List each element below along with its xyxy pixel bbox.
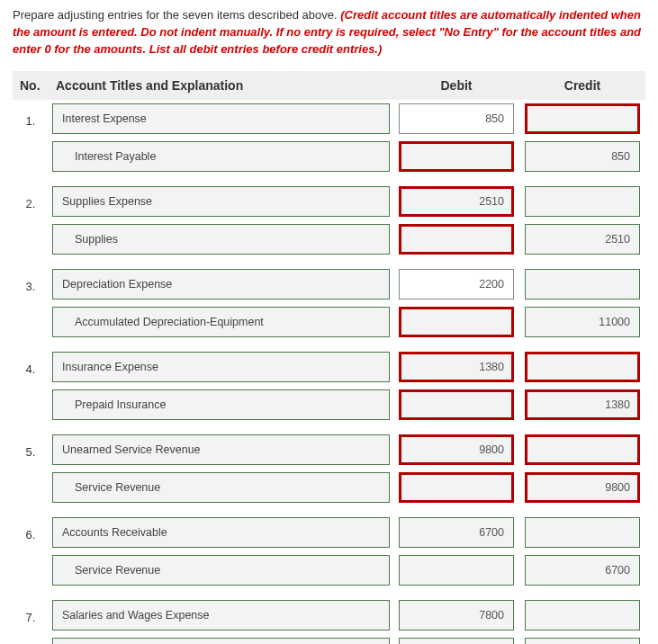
entry-number: 3. (13, 265, 49, 303)
account-cell (49, 469, 393, 506)
credit-input[interactable] (525, 600, 640, 631)
credit-cell (519, 100, 645, 138)
header-debit: Debit (393, 71, 519, 100)
table-row (13, 634, 645, 644)
debit-input[interactable] (399, 600, 514, 631)
entry-number (13, 220, 49, 258)
debit-cell (393, 551, 519, 589)
credit-input[interactable] (525, 555, 640, 586)
entry-number (13, 634, 49, 644)
debit-cell (393, 183, 519, 220)
debit-cell (393, 634, 519, 644)
entry-number (13, 386, 49, 424)
account-title-input[interactable] (52, 141, 390, 172)
header-credit: Credit (519, 71, 645, 100)
account-cell (49, 596, 393, 634)
debit-input[interactable] (399, 517, 514, 548)
credit-input[interactable] (525, 103, 640, 134)
account-title-input[interactable] (52, 600, 390, 631)
account-title-input[interactable] (52, 434, 390, 465)
table-row: 3. (13, 265, 645, 303)
table-row: 1. (13, 100, 645, 138)
credit-input[interactable] (525, 224, 640, 255)
account-title-input[interactable] (52, 307, 390, 337)
entry-number: 1. (13, 100, 49, 138)
credit-input[interactable] (525, 517, 640, 548)
credit-input[interactable] (525, 352, 640, 382)
account-cell (49, 348, 393, 386)
credit-cell (519, 183, 645, 220)
credit-input[interactable] (525, 186, 640, 217)
debit-cell (393, 469, 519, 506)
instructions-lead: Prepare adjusting entries for the seven … (13, 8, 340, 22)
account-title-input[interactable] (52, 472, 390, 503)
debit-input[interactable] (399, 555, 514, 586)
debit-input[interactable] (399, 389, 514, 420)
credit-cell (519, 634, 645, 644)
debit-input[interactable] (399, 186, 514, 217)
credit-input[interactable] (525, 434, 640, 465)
credit-cell (519, 220, 645, 258)
debit-cell (393, 100, 519, 138)
account-title-input[interactable] (52, 638, 390, 644)
table-row (13, 551, 645, 589)
credit-input[interactable] (525, 638, 640, 644)
account-cell (49, 220, 393, 258)
instructions: Prepare adjusting entries for the seven … (13, 7, 645, 58)
credit-cell (519, 596, 645, 634)
debit-cell (393, 303, 519, 341)
debit-input[interactable] (399, 638, 514, 644)
debit-cell (393, 265, 519, 303)
debit-cell (393, 596, 519, 634)
credit-cell (519, 514, 645, 551)
debit-input[interactable] (399, 472, 514, 503)
account-cell (49, 431, 393, 469)
credit-cell (519, 469, 645, 506)
account-cell (49, 303, 393, 341)
entry-number: 7. (13, 596, 49, 634)
table-row: 4. (13, 348, 645, 386)
account-title-input[interactable] (52, 269, 390, 300)
debit-cell (393, 348, 519, 386)
entry-number (13, 551, 49, 589)
account-title-input[interactable] (52, 517, 390, 548)
account-cell (49, 100, 393, 138)
debit-input[interactable] (399, 352, 514, 382)
debit-input[interactable] (399, 307, 514, 337)
credit-input[interactable] (525, 269, 640, 300)
entry-number (13, 469, 49, 506)
account-title-input[interactable] (52, 555, 390, 586)
account-title-input[interactable] (52, 103, 390, 134)
header-row: No. Account Titles and Explanation Debit… (13, 71, 645, 100)
credit-cell (519, 551, 645, 589)
account-title-input[interactable] (52, 389, 390, 420)
account-title-input[interactable] (52, 352, 390, 382)
debit-cell (393, 514, 519, 551)
credit-input[interactable] (525, 307, 640, 337)
table-row: 5. (13, 431, 645, 469)
credit-input[interactable] (525, 472, 640, 503)
table-row: 6. (13, 514, 645, 551)
account-title-input[interactable] (52, 224, 390, 255)
debit-input[interactable] (399, 434, 514, 465)
credit-input[interactable] (525, 141, 640, 172)
entries-table: No. Account Titles and Explanation Debit… (13, 71, 645, 644)
debit-input[interactable] (399, 224, 514, 255)
credit-cell (519, 303, 645, 341)
debit-input[interactable] (399, 141, 514, 172)
credit-input[interactable] (525, 389, 640, 420)
debit-input[interactable] (399, 103, 514, 134)
debit-cell (393, 431, 519, 469)
account-cell (49, 514, 393, 551)
account-cell (49, 138, 393, 175)
table-row (13, 220, 645, 258)
credit-cell (519, 386, 645, 424)
account-title-input[interactable] (52, 186, 390, 217)
table-row (13, 469, 645, 506)
account-cell (49, 634, 393, 644)
entry-number: 6. (13, 514, 49, 551)
debit-input[interactable] (399, 269, 514, 300)
account-cell (49, 551, 393, 589)
table-row (13, 386, 645, 424)
debit-cell (393, 138, 519, 175)
